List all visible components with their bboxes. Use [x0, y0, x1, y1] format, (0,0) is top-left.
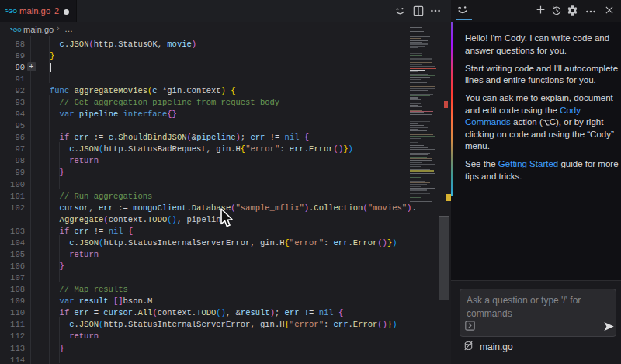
svg-text:GO: GO — [9, 8, 18, 14]
svg-text:GO: GO — [13, 27, 22, 33]
